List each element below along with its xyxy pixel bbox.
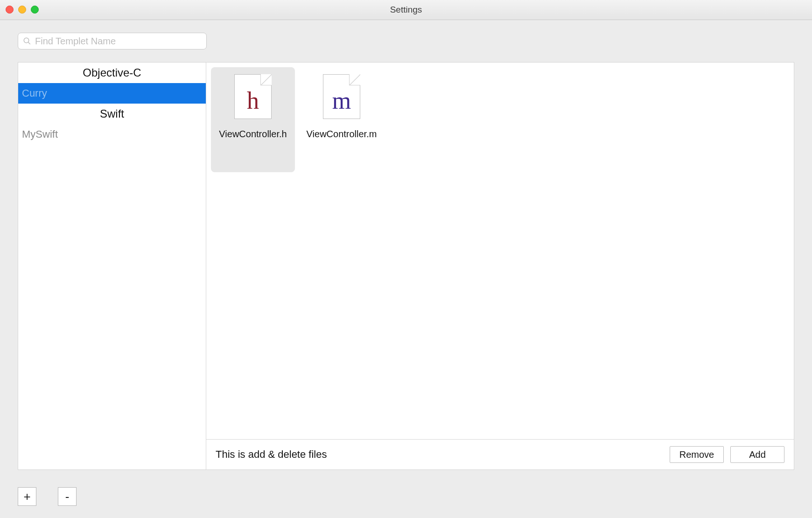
search-field-wrap[interactable] bbox=[18, 33, 207, 49]
main-panel: h ViewController.h m ViewController.m Th… bbox=[206, 62, 794, 470]
sidebar-item-curry[interactable]: Curry bbox=[18, 83, 206, 104]
template-sidebar: Objective-C Curry Swift MySwift bbox=[18, 62, 206, 470]
svg-line-1 bbox=[28, 42, 30, 44]
bottom-bar: This is add & delete files Remove Add bbox=[206, 439, 794, 469]
file-tile-viewcontroller-m[interactable]: m ViewController.m bbox=[300, 67, 384, 172]
content-row: Objective-C Curry Swift MySwift h ViewCo… bbox=[0, 49, 812, 470]
file-grid: h ViewController.h m ViewController.m bbox=[206, 63, 794, 439]
file-name-label: ViewController.h bbox=[216, 128, 290, 140]
window-title: Settings bbox=[0, 5, 812, 15]
bottom-hint: This is add & delete files bbox=[216, 448, 663, 461]
remove-button[interactable]: Remove bbox=[670, 446, 724, 463]
settings-window: Settings Objective-C Curry Swift MySwift… bbox=[0, 0, 812, 518]
plus-button[interactable]: + bbox=[18, 487, 36, 506]
file-name-label: ViewController.m bbox=[304, 128, 379, 140]
minus-button[interactable]: - bbox=[58, 487, 77, 506]
file-tile-viewcontroller-h[interactable]: h ViewController.h bbox=[211, 67, 295, 172]
footer-controls: + - bbox=[18, 487, 77, 506]
svg-point-0 bbox=[24, 38, 29, 43]
file-h-icon: h bbox=[234, 74, 272, 119]
search-input[interactable] bbox=[35, 36, 202, 47]
sidebar-section-swift: Swift bbox=[18, 104, 206, 124]
file-m-icon: m bbox=[323, 74, 360, 119]
toolbar bbox=[0, 20, 812, 49]
titlebar: Settings bbox=[0, 0, 812, 20]
sidebar-item-myswift[interactable]: MySwift bbox=[18, 124, 206, 145]
sidebar-section-objc: Objective-C bbox=[18, 63, 206, 83]
add-button[interactable]: Add bbox=[730, 446, 784, 463]
search-icon bbox=[23, 37, 31, 45]
